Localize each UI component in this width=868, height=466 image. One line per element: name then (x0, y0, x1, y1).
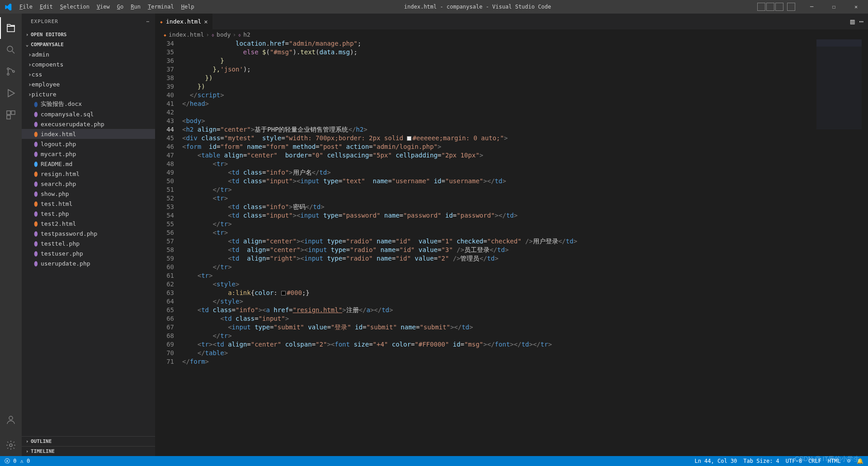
file-icon: ⬮ (31, 180, 41, 188)
brackets-icon: ⬨ (211, 31, 215, 38)
editor-area: ⬥ index.html × ▥ ⋯ ⬥ index.html› ⬨ body›… (155, 14, 868, 456)
menu-edit[interactable]: Edit (36, 4, 57, 10)
layout-icon[interactable] (775, 3, 783, 11)
status-eol[interactable]: CRLF (808, 458, 821, 464)
file-item[interactable]: ⬮search.php (22, 179, 155, 189)
svg-point-0 (7, 46, 13, 52)
menu-bar: File Edit Selection View Go Run Terminal… (16, 4, 198, 10)
menu-terminal[interactable]: Terminal (144, 4, 178, 10)
chevron-right-icon: › (28, 51, 32, 58)
file-item[interactable]: ⬮logout.php (22, 139, 155, 149)
explorer-icon[interactable] (0, 17, 22, 39)
status-lang[interactable]: HTML (828, 458, 841, 464)
file-icon: ⬮ (31, 160, 41, 168)
folder-item[interactable]: ›css (22, 69, 155, 79)
close-icon[interactable]: × (204, 18, 208, 25)
source-control-icon[interactable] (0, 61, 22, 82)
explorer-title: EXPLORER (31, 19, 58, 24)
breadcrumb[interactable]: ⬥ index.html› ⬨ body› ⬨ h2 (155, 29, 868, 39)
tab-index-html[interactable]: ⬥ index.html × (155, 14, 213, 29)
menu-run[interactable]: Run (127, 4, 144, 10)
maximize-button[interactable]: ☐ (824, 0, 844, 14)
title-bar: File Edit Selection View Go Run Terminal… (0, 0, 868, 14)
file-item[interactable]: ⬮execuserupdate.php (22, 119, 155, 129)
file-icon: ⬮ (31, 200, 41, 208)
file-item[interactable]: ⬮testuser.php (22, 248, 155, 258)
menu-help[interactable]: Help (178, 4, 198, 10)
chevron-right-icon: › (24, 32, 31, 38)
warnings-icon[interactable]: ⚠ 0 (20, 458, 30, 464)
more-icon[interactable]: ⋯ (146, 19, 150, 24)
layout-icons[interactable] (757, 3, 795, 11)
line-numbers: 3435363738394041424344454647484950515253… (155, 39, 182, 456)
svg-point-2 (7, 73, 9, 75)
file-icon: ⬮ (31, 140, 41, 148)
run-debug-icon[interactable] (0, 82, 22, 104)
account-icon[interactable] (0, 409, 22, 431)
file-icon: ⬮ (31, 110, 41, 118)
tab-bar: ⬥ index.html × ▥ ⋯ (155, 14, 868, 29)
file-icon: ⬮ (31, 190, 41, 198)
html-file-icon: ⬥ (163, 31, 167, 38)
split-editor-icon[interactable]: ▥ (850, 17, 855, 26)
feedback-icon[interactable]: ☺ (847, 458, 850, 464)
layout-icon[interactable] (787, 3, 795, 11)
project-section[interactable]: ⌄COMPANYSALE (22, 39, 155, 49)
close-button[interactable]: ✕ (846, 0, 866, 14)
menu-view[interactable]: View (93, 4, 113, 10)
file-item[interactable]: ⬮README.md (22, 159, 155, 169)
file-icon: ⬮ (31, 220, 41, 228)
file-icon: ⬮ (31, 230, 41, 238)
minimap[interactable] (816, 39, 862, 130)
timeline-section[interactable]: ›TIMELINE (22, 446, 155, 456)
chevron-right-icon: › (28, 81, 32, 88)
layout-icon[interactable] (766, 3, 774, 11)
code-content[interactable]: location.href="admin/manage.php"; else $… (182, 39, 868, 456)
folder-item[interactable]: ›admin (22, 49, 155, 59)
file-item[interactable]: ⬮test.php (22, 209, 155, 219)
file-item[interactable]: ⬮index.html (22, 129, 155, 139)
chevron-right-icon: › (28, 61, 32, 68)
file-item[interactable]: ⬮mycart.php (22, 149, 155, 159)
html-file-icon: ⬥ (160, 18, 163, 25)
menu-go[interactable]: Go (113, 4, 127, 10)
file-tree: ›admin›compoents›css›employee›picture⬮实验… (22, 49, 155, 436)
file-item[interactable]: ⬮test2.html (22, 219, 155, 228)
more-icon[interactable]: ⋯ (859, 17, 863, 26)
status-ln-col[interactable]: Ln 44, Col 30 (694, 458, 737, 464)
file-icon: ⬮ (31, 130, 41, 138)
file-item[interactable]: ⬮userupdate.php (22, 258, 155, 268)
settings-icon[interactable] (0, 434, 22, 456)
errors-icon[interactable]: ⓧ 0 (5, 457, 16, 465)
file-icon: ⬮ (31, 260, 41, 267)
file-item[interactable]: ⬮test.html (22, 199, 155, 209)
minimize-button[interactable]: ─ (802, 0, 822, 14)
menu-file[interactable]: File (16, 4, 36, 10)
code-editor[interactable]: 3435363738394041424344454647484950515253… (155, 39, 868, 456)
extensions-icon[interactable] (0, 104, 22, 126)
file-item[interactable]: ⬮实验报告.docx (22, 99, 155, 109)
file-icon: ⬮ (31, 150, 41, 158)
file-icon: ⬮ (31, 250, 41, 257)
brackets-icon: ⬨ (238, 31, 241, 38)
svg-point-8 (9, 444, 12, 447)
file-item[interactable]: ⬮companysale.sql (22, 109, 155, 119)
status-spaces[interactable]: Tab Size: 4 (743, 458, 779, 464)
folder-item[interactable]: ›compoents (22, 59, 155, 69)
file-item[interactable]: ⬮resign.html (22, 169, 155, 179)
open-editors-section[interactable]: ›OPEN EDITORS (22, 29, 155, 39)
folder-item[interactable]: ›employee (22, 79, 155, 89)
svg-point-1 (7, 68, 9, 70)
explorer-header: EXPLORER ⋯ (22, 14, 155, 29)
file-item[interactable]: ⬮testpassword.php (22, 228, 155, 238)
file-item[interactable]: ⬮testtel.php (22, 238, 155, 248)
file-item[interactable]: ⬮show.php (22, 189, 155, 199)
layout-icon[interactable] (757, 3, 765, 11)
notifications-icon[interactable]: 🔔 (857, 458, 863, 464)
outline-section[interactable]: ›OUTLINE (22, 436, 155, 446)
search-icon[interactable] (0, 39, 22, 61)
menu-selection[interactable]: Selection (57, 4, 93, 10)
folder-item[interactable]: ›picture (22, 89, 155, 99)
title-controls: ─ ☐ ✕ (757, 0, 868, 14)
status-encoding[interactable]: UTF-8 (786, 458, 802, 464)
